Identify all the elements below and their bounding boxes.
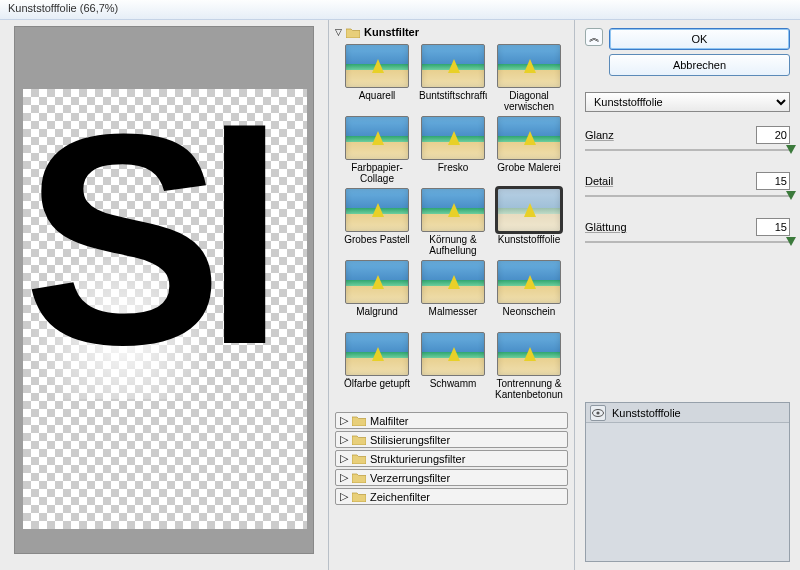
filter-label: Grobe Malerei bbox=[495, 162, 563, 184]
glaettung-slider[interactable] bbox=[585, 238, 790, 250]
filter-item[interactable]: Malgrund bbox=[343, 260, 411, 328]
expand-icon: ▽ bbox=[335, 27, 342, 37]
expand-icon: ▷ bbox=[340, 414, 348, 427]
glanz-input[interactable] bbox=[756, 126, 790, 144]
category-stilisierungsfilter[interactable]: ▷Stilisierungsfilter bbox=[335, 431, 568, 448]
filter-label: Tontrennung & Kantenbetonung bbox=[495, 378, 563, 400]
layer-name: Kunststofffolie bbox=[612, 407, 681, 419]
layer-panel: Kunststofffolie bbox=[585, 402, 790, 562]
ok-button[interactable]: OK bbox=[609, 28, 790, 50]
preview-canvas[interactable]: Sl bbox=[14, 26, 314, 554]
filter-thumb bbox=[421, 260, 485, 304]
category-label: Kunstfilter bbox=[364, 26, 419, 38]
filter-thumb bbox=[497, 332, 561, 376]
filter-select[interactable]: Kunststofffolie bbox=[585, 92, 790, 112]
filter-label: Malmesser bbox=[419, 306, 487, 328]
preview-artwork: Sl bbox=[23, 89, 307, 399]
slider-thumb[interactable] bbox=[786, 237, 796, 246]
param-label: Glättung bbox=[585, 221, 748, 233]
param-detail: Detail bbox=[585, 172, 790, 190]
category-label: Stilisierungsfilter bbox=[370, 434, 450, 446]
expand-icon: ▷ bbox=[340, 433, 348, 446]
eye-icon[interactable] bbox=[590, 405, 606, 421]
filter-thumb bbox=[345, 260, 409, 304]
filter-grid: AquarellBuntstiftschraffurDiagonal verwi… bbox=[331, 40, 572, 410]
glaettung-input[interactable] bbox=[756, 218, 790, 236]
detail-input[interactable] bbox=[756, 172, 790, 190]
filter-item[interactable]: Schwamm bbox=[419, 332, 487, 400]
filter-label: Buntstiftschraffur bbox=[419, 90, 487, 112]
category-kunstfilter[interactable]: ▽ Kunstfilter bbox=[331, 24, 572, 40]
filter-label: Schwamm bbox=[419, 378, 487, 400]
collapse-button[interactable]: ︽ bbox=[585, 28, 603, 46]
filter-item[interactable]: Malmesser bbox=[419, 260, 487, 328]
filter-item[interactable]: Neonschein bbox=[495, 260, 563, 328]
folder-icon bbox=[346, 27, 360, 38]
filter-label: Neonschein bbox=[495, 306, 563, 328]
slider-thumb[interactable] bbox=[786, 191, 796, 200]
filter-thumb bbox=[345, 188, 409, 232]
layer-row[interactable]: Kunststofffolie bbox=[586, 403, 789, 423]
filter-label: Körnung & Aufhellung bbox=[419, 234, 487, 256]
glanz-slider[interactable] bbox=[585, 146, 790, 158]
filter-item[interactable]: Tontrennung & Kantenbetonung bbox=[495, 332, 563, 400]
category-verzerrungsfilter[interactable]: ▷Verzerrungsfilter bbox=[335, 469, 568, 486]
filter-label: Farbpapier-Collage bbox=[343, 162, 411, 184]
filter-label: Malgrund bbox=[343, 306, 411, 328]
category-label: Malfilter bbox=[370, 415, 409, 427]
folder-icon bbox=[352, 434, 366, 445]
filter-thumb bbox=[497, 188, 561, 232]
filter-thumb bbox=[345, 44, 409, 88]
expand-icon: ▷ bbox=[340, 490, 348, 503]
category-label: Zeichenfilter bbox=[370, 491, 430, 503]
param-glanz: Glanz bbox=[585, 126, 790, 144]
filter-thumb bbox=[497, 116, 561, 160]
filter-item[interactable]: Grobes Pastell bbox=[343, 188, 411, 256]
filter-item[interactable]: Fresko bbox=[419, 116, 487, 184]
main-area: Sl ▽ Kunstfilter AquarellBuntstiftschraf… bbox=[0, 20, 800, 570]
filter-item[interactable]: Farbpapier-Collage bbox=[343, 116, 411, 184]
filter-label: Grobes Pastell bbox=[343, 234, 411, 256]
svg-point-1 bbox=[596, 411, 599, 414]
filter-item[interactable]: Kunststofffolie bbox=[495, 188, 563, 256]
category-label: Strukturierungsfilter bbox=[370, 453, 465, 465]
filter-thumb bbox=[421, 332, 485, 376]
filter-item[interactable]: Buntstiftschraffur bbox=[419, 44, 487, 112]
folder-icon bbox=[352, 491, 366, 502]
expand-icon: ▷ bbox=[340, 452, 348, 465]
filter-thumb bbox=[421, 188, 485, 232]
filter-label: Fresko bbox=[419, 162, 487, 184]
category-zeichenfilter[interactable]: ▷Zeichenfilter bbox=[335, 488, 568, 505]
slider-thumb[interactable] bbox=[786, 145, 796, 154]
filter-item[interactable]: Grobe Malerei bbox=[495, 116, 563, 184]
folder-icon bbox=[352, 453, 366, 464]
filter-item[interactable]: Diagonal verwischen bbox=[495, 44, 563, 112]
filter-label: Ölfarbe getupft bbox=[343, 378, 411, 400]
param-label: Detail bbox=[585, 175, 748, 187]
category-malfilter[interactable]: ▷Malfilter bbox=[335, 412, 568, 429]
category-label: Verzerrungsfilter bbox=[370, 472, 450, 484]
folder-icon bbox=[352, 472, 366, 483]
settings-pane: ︽ OK Abbrechen Kunststofffolie Glanz De bbox=[575, 20, 800, 570]
filter-thumb bbox=[345, 332, 409, 376]
preview-pane: Sl bbox=[0, 20, 328, 570]
param-label: Glanz bbox=[585, 129, 748, 141]
chevron-up-icon: ︽ bbox=[589, 30, 600, 45]
folder-icon bbox=[352, 415, 366, 426]
window-title: Kunststofffolie (66,7%) bbox=[8, 2, 118, 14]
filter-item[interactable]: Aquarell bbox=[343, 44, 411, 112]
filter-thumb bbox=[421, 44, 485, 88]
filter-label: Kunststofffolie bbox=[495, 234, 563, 256]
cancel-button[interactable]: Abbrechen bbox=[609, 54, 790, 76]
param-glaettung: Glättung bbox=[585, 218, 790, 236]
filter-label: Aquarell bbox=[343, 90, 411, 112]
filter-item[interactable]: Ölfarbe getupft bbox=[343, 332, 411, 400]
filter-label: Diagonal verwischen bbox=[495, 90, 563, 112]
category-strukturierungsfilter[interactable]: ▷Strukturierungsfilter bbox=[335, 450, 568, 467]
filter-gallery: ▽ Kunstfilter AquarellBuntstiftschraffur… bbox=[328, 20, 575, 570]
detail-slider[interactable] bbox=[585, 192, 790, 204]
titlebar: Kunststofffolie (66,7%) bbox=[0, 0, 800, 20]
filter-item[interactable]: Körnung & Aufhellung bbox=[419, 188, 487, 256]
expand-icon: ▷ bbox=[340, 471, 348, 484]
filter-thumb bbox=[497, 44, 561, 88]
